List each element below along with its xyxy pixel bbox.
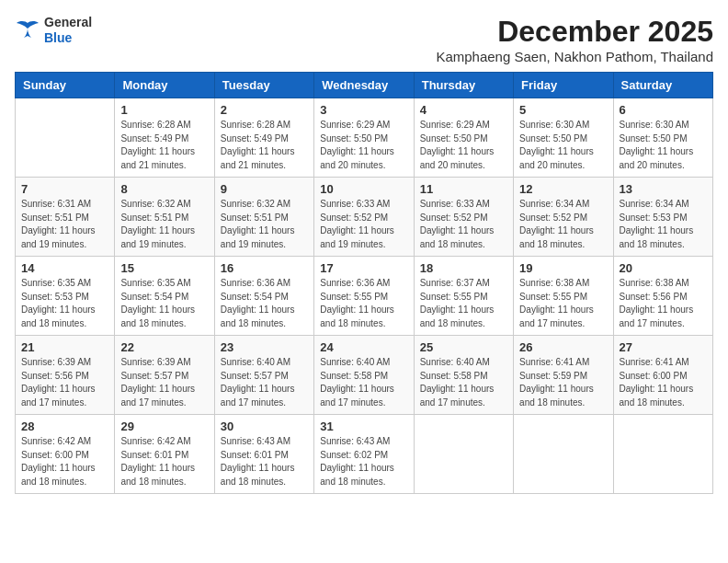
calendar-cell: 18Sunrise: 6:37 AM Sunset: 5:55 PM Dayli… [414,257,513,336]
day-info: Sunrise: 6:35 AM Sunset: 5:53 PM Dayligh… [21,277,108,330]
day-number: 29 [120,419,208,433]
calendar-cell: 27Sunrise: 6:41 AM Sunset: 6:00 PM Dayli… [613,336,712,415]
day-number: 12 [519,182,607,196]
day-number: 20 [620,261,707,275]
day-number: 10 [320,182,407,196]
day-info: Sunrise: 6:36 AM Sunset: 5:55 PM Dayligh… [320,277,407,330]
day-number: 4 [420,103,507,117]
calendar-table: SundayMondayTuesdayWednesdayThursdayFrid… [15,72,713,494]
title-block: December 2025 Kamphaeng Saen, Nakhon Pat… [436,15,713,64]
day-number: 30 [221,419,308,433]
logo-text: General Blue [44,15,92,46]
calendar-cell [613,415,712,494]
day-number: 25 [420,340,507,354]
day-number: 26 [519,340,607,354]
day-info: Sunrise: 6:36 AM Sunset: 5:54 PM Dayligh… [221,277,308,330]
calendar-cell: 29Sunrise: 6:42 AM Sunset: 6:01 PM Dayli… [115,415,214,494]
calendar-cell: 2Sunrise: 6:28 AM Sunset: 5:49 PM Daylig… [214,98,313,178]
calendar-cell: 25Sunrise: 6:40 AM Sunset: 5:58 PM Dayli… [414,336,513,415]
calendar-cell: 22Sunrise: 6:39 AM Sunset: 5:57 PM Dayli… [115,336,214,415]
day-info: Sunrise: 6:41 AM Sunset: 6:00 PM Dayligh… [620,356,707,409]
day-number: 24 [320,340,407,354]
day-number: 23 [221,340,308,354]
logo-blue: Blue [44,30,92,46]
day-info: Sunrise: 6:32 AM Sunset: 5:51 PM Dayligh… [120,198,208,251]
calendar-week-row: 7Sunrise: 6:31 AM Sunset: 5:51 PM Daylig… [16,178,713,257]
calendar-header-friday: Friday [514,73,613,98]
logo-general: General [44,15,92,30]
day-info: Sunrise: 6:42 AM Sunset: 6:01 PM Dayligh… [120,435,208,488]
calendar-header-tuesday: Tuesday [214,73,313,98]
day-number: 1 [120,103,208,117]
subtitle: Kamphaeng Saen, Nakhon Pathom, Thailand [436,49,713,64]
day-info: Sunrise: 6:30 AM Sunset: 5:50 PM Dayligh… [620,119,707,172]
day-info: Sunrise: 6:43 AM Sunset: 6:01 PM Dayligh… [221,435,308,488]
day-number: 6 [620,103,707,117]
day-number: 11 [420,182,507,196]
calendar-header-sunday: Sunday [16,73,115,98]
day-number: 31 [320,419,407,433]
day-info: Sunrise: 6:33 AM Sunset: 5:52 PM Dayligh… [420,198,507,251]
day-info: Sunrise: 6:29 AM Sunset: 5:50 PM Dayligh… [420,119,507,172]
day-number: 27 [620,340,707,354]
day-number: 2 [221,103,308,117]
calendar-cell: 4Sunrise: 6:29 AM Sunset: 5:50 PM Daylig… [414,98,513,178]
calendar-cell: 12Sunrise: 6:34 AM Sunset: 5:52 PM Dayli… [514,178,613,257]
calendar-week-row: 21Sunrise: 6:39 AM Sunset: 5:56 PM Dayli… [16,336,713,415]
calendar-cell: 28Sunrise: 6:42 AM Sunset: 6:00 PM Dayli… [16,415,115,494]
calendar-cell: 20Sunrise: 6:38 AM Sunset: 5:56 PM Dayli… [613,257,712,336]
calendar-cell: 30Sunrise: 6:43 AM Sunset: 6:01 PM Dayli… [214,415,313,494]
calendar-header-thursday: Thursday [414,73,513,98]
day-number: 16 [221,261,308,275]
day-number: 9 [221,182,308,196]
day-number: 3 [320,103,407,117]
day-number: 19 [519,261,607,275]
calendar-cell: 13Sunrise: 6:34 AM Sunset: 5:53 PM Dayli… [613,178,712,257]
day-info: Sunrise: 6:38 AM Sunset: 5:56 PM Dayligh… [620,277,707,330]
calendar-cell [414,415,513,494]
calendar-cell: 9Sunrise: 6:32 AM Sunset: 5:51 PM Daylig… [214,178,313,257]
day-info: Sunrise: 6:38 AM Sunset: 5:55 PM Dayligh… [519,277,607,330]
day-number: 22 [120,340,208,354]
calendar-cell: 10Sunrise: 6:33 AM Sunset: 5:52 PM Dayli… [314,178,414,257]
day-info: Sunrise: 6:40 AM Sunset: 5:58 PM Dayligh… [320,356,407,409]
day-info: Sunrise: 6:33 AM Sunset: 5:52 PM Dayligh… [320,198,407,251]
calendar-header-row: SundayMondayTuesdayWednesdayThursdayFrid… [16,73,713,98]
calendar-cell: 6Sunrise: 6:30 AM Sunset: 5:50 PM Daylig… [613,98,712,178]
day-info: Sunrise: 6:28 AM Sunset: 5:49 PM Dayligh… [221,119,308,172]
day-info: Sunrise: 6:28 AM Sunset: 5:49 PM Dayligh… [120,119,208,172]
day-number: 8 [120,182,208,196]
day-info: Sunrise: 6:29 AM Sunset: 5:50 PM Dayligh… [320,119,407,172]
calendar-week-row: 1Sunrise: 6:28 AM Sunset: 5:49 PM Daylig… [16,98,713,178]
day-info: Sunrise: 6:41 AM Sunset: 5:59 PM Dayligh… [519,356,607,409]
calendar-cell: 7Sunrise: 6:31 AM Sunset: 5:51 PM Daylig… [16,178,115,257]
calendar-cell: 5Sunrise: 6:30 AM Sunset: 5:50 PM Daylig… [514,98,613,178]
day-info: Sunrise: 6:40 AM Sunset: 5:57 PM Dayligh… [221,356,308,409]
calendar-cell: 26Sunrise: 6:41 AM Sunset: 5:59 PM Dayli… [514,336,613,415]
day-number: 21 [21,340,108,354]
calendar-cell [514,415,613,494]
calendar-cell: 31Sunrise: 6:43 AM Sunset: 6:02 PM Dayli… [314,415,414,494]
calendar-header-wednesday: Wednesday [314,73,414,98]
calendar-cell: 8Sunrise: 6:32 AM Sunset: 5:51 PM Daylig… [115,178,214,257]
calendar-cell: 16Sunrise: 6:36 AM Sunset: 5:54 PM Dayli… [214,257,313,336]
logo-bird-icon [15,19,40,41]
page-header: General Blue December 2025 Kamphaeng Sae… [15,15,713,64]
calendar-cell [16,98,115,178]
day-info: Sunrise: 6:42 AM Sunset: 6:00 PM Dayligh… [21,435,108,488]
day-number: 28 [21,419,108,433]
day-info: Sunrise: 6:39 AM Sunset: 5:57 PM Dayligh… [120,356,208,409]
day-info: Sunrise: 6:39 AM Sunset: 5:56 PM Dayligh… [21,356,108,409]
day-info: Sunrise: 6:43 AM Sunset: 6:02 PM Dayligh… [320,435,407,488]
calendar-cell: 3Sunrise: 6:29 AM Sunset: 5:50 PM Daylig… [314,98,414,178]
day-info: Sunrise: 6:35 AM Sunset: 5:54 PM Dayligh… [120,277,208,330]
calendar-week-row: 14Sunrise: 6:35 AM Sunset: 5:53 PM Dayli… [16,257,713,336]
day-number: 14 [21,261,108,275]
day-info: Sunrise: 6:30 AM Sunset: 5:50 PM Dayligh… [519,119,607,172]
calendar-cell: 15Sunrise: 6:35 AM Sunset: 5:54 PM Dayli… [115,257,214,336]
day-info: Sunrise: 6:34 AM Sunset: 5:52 PM Dayligh… [519,198,607,251]
calendar-cell: 11Sunrise: 6:33 AM Sunset: 5:52 PM Dayli… [414,178,513,257]
day-number: 18 [420,261,507,275]
day-info: Sunrise: 6:40 AM Sunset: 5:58 PM Dayligh… [420,356,507,409]
day-number: 13 [620,182,707,196]
